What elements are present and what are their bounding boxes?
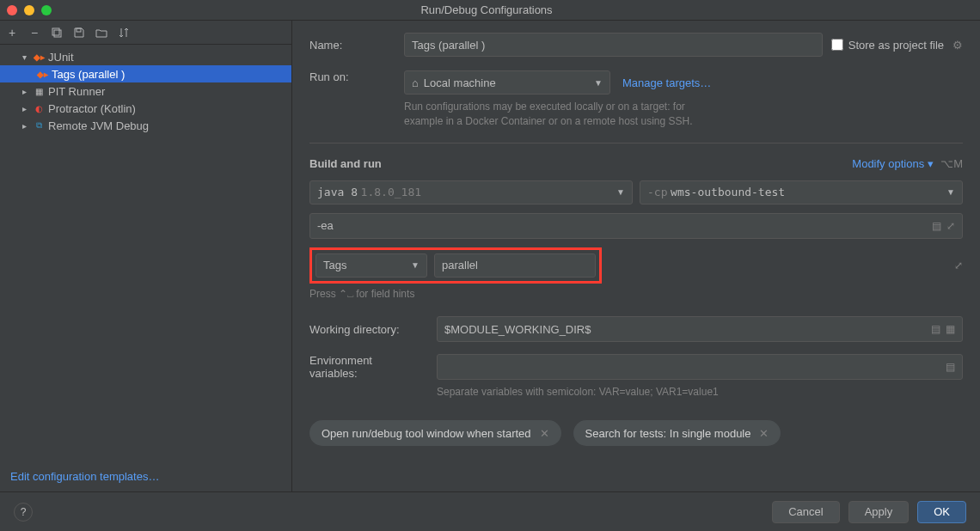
jdk-select[interactable]: java 8 1.8.0_181 ▼ (309, 180, 633, 204)
tree-node-label: JUnit (48, 51, 74, 64)
run-on-label: Run on: (309, 70, 395, 83)
add-icon[interactable]: + (5, 26, 19, 40)
pit-icon: ▦ (33, 85, 45, 97)
tree-node-label: Protractor (Kotlin) (48, 102, 136, 115)
close-window-button[interactable] (7, 5, 17, 15)
close-icon[interactable]: ✕ (759, 427, 769, 440)
build-and-run-heading: Build and run (309, 157, 382, 170)
apply-button[interactable]: Apply (848, 501, 910, 523)
chevron-down-icon: ▼ (946, 187, 955, 197)
tags-value-input[interactable]: parallel (434, 253, 596, 278)
tree-node-label: PIT Runner (48, 85, 105, 98)
tree-node-remote-jvm[interactable]: ▸ ⧉ Remote JVM Debug (0, 117, 291, 134)
name-input[interactable] (404, 33, 823, 57)
name-label: Name: (309, 39, 395, 52)
zoom-window-button[interactable] (41, 5, 52, 15)
config-tree: ▾ ◆▸ JUnit ◆▸ Tags (parallel ) ▸ ▦ PIT R… (0, 45, 291, 461)
remove-icon[interactable]: − (28, 26, 41, 40)
protractor-icon: ◐ (33, 102, 45, 114)
history-icon[interactable]: ▤ (932, 220, 941, 232)
tree-node-tags-parallel[interactable]: ◆▸ Tags (parallel ) (0, 65, 291, 82)
run-on-select[interactable]: ⌂Local machine ▼ (404, 70, 610, 95)
remote-icon: ⧉ (33, 119, 45, 131)
expand-icon[interactable]: ⤢ (946, 220, 955, 232)
edit-templates-link[interactable]: Edit configuration templates… (10, 470, 159, 483)
chip-search-tests[interactable]: Search for tests: In single module ✕ (573, 420, 781, 446)
highlighted-tags-row: Tags ▼ parallel (309, 247, 602, 284)
tree-node-protractor[interactable]: ▸ ◐ Protractor (Kotlin) (0, 100, 291, 117)
browse-folder-icon[interactable]: ▦ (946, 323, 955, 335)
cancel-button[interactable]: Cancel (772, 501, 839, 523)
config-sidebar: + − ▾ ◆▸ JUnit ◆▸ Tags (parallel ) ▸ ▦ P… (0, 21, 292, 491)
titlebar: Run/Debug Configurations (0, 0, 980, 21)
run-on-hint: Run configurations may be executed local… (404, 100, 711, 129)
manage-targets-link[interactable]: Manage targets… (622, 76, 711, 89)
config-form: Name: Store as project file ⚙ Run on: ⌂L… (292, 21, 980, 491)
env-vars-input[interactable]: ▤ (437, 354, 963, 380)
tags-hint: Press ⌃⎵ for field hints (309, 287, 963, 302)
tree-node-label: Remote JVM Debug (48, 119, 149, 132)
test-kind-select[interactable]: Tags ▼ (315, 253, 427, 278)
vm-options-input[interactable]: -ea ▤ ⤢ (309, 213, 963, 239)
history-icon[interactable]: ▤ (931, 323, 940, 335)
junit-icon: ◆▸ (36, 68, 48, 80)
svg-rect-1 (54, 30, 61, 37)
help-button[interactable]: ? (14, 503, 33, 522)
window-title: Run/Debug Configurations (52, 3, 922, 16)
junit-icon: ◆▸ (33, 51, 45, 63)
modify-options-shortcut: ⌥M (940, 157, 963, 170)
chevron-right-icon: ▸ (19, 104, 29, 113)
minimize-window-button[interactable] (24, 5, 34, 15)
ok-button[interactable]: OK (917, 501, 966, 523)
chevron-down-icon: ▼ (616, 187, 625, 197)
classpath-select[interactable]: -cp wms-outbound-test ▼ (640, 180, 963, 204)
save-icon[interactable] (72, 26, 86, 40)
close-icon[interactable]: ✕ (540, 427, 549, 440)
expand-icon[interactable]: ⤢ (954, 259, 963, 272)
gear-icon[interactable]: ⚙ (952, 39, 963, 52)
dialog-footer: ? Cancel Apply OK (0, 491, 980, 531)
chevron-down-icon: ▾ (19, 52, 29, 62)
modify-options-link[interactable]: Modify options ▾ (852, 157, 934, 170)
tree-node-junit[interactable]: ▾ ◆▸ JUnit (0, 48, 291, 65)
working-directory-label: Working directory: (309, 323, 421, 336)
chip-open-tool-window[interactable]: Open run/debug tool window when started … (309, 420, 561, 446)
chevron-right-icon: ▸ (19, 87, 29, 96)
store-as-project-file-checkbox[interactable]: Store as project file ⚙ (831, 39, 963, 52)
sort-icon[interactable] (117, 26, 131, 40)
list-icon[interactable]: ▤ (946, 361, 955, 373)
env-vars-hint: Separate variables with semicolon: VAR=v… (437, 385, 963, 400)
env-vars-label: Environment variables: (309, 354, 421, 380)
tree-node-pit-runner[interactable]: ▸ ▦ PIT Runner (0, 82, 291, 100)
home-icon: ⌂ (412, 76, 419, 89)
chevron-down-icon: ▼ (594, 78, 603, 88)
chevron-down-icon: ▾ (928, 157, 934, 170)
sidebar-toolbar: + − (0, 21, 291, 45)
working-directory-input[interactable]: $MODULE_WORKING_DIR$ ▤ ▦ (437, 316, 963, 342)
folder-icon[interactable] (95, 26, 108, 40)
tree-node-label: Tags (parallel ) (52, 68, 125, 81)
svg-rect-2 (77, 28, 81, 32)
chevron-right-icon: ▸ (19, 121, 29, 131)
svg-rect-0 (52, 28, 59, 35)
chevron-down-icon: ▼ (411, 260, 420, 270)
copy-icon[interactable] (50, 26, 64, 40)
